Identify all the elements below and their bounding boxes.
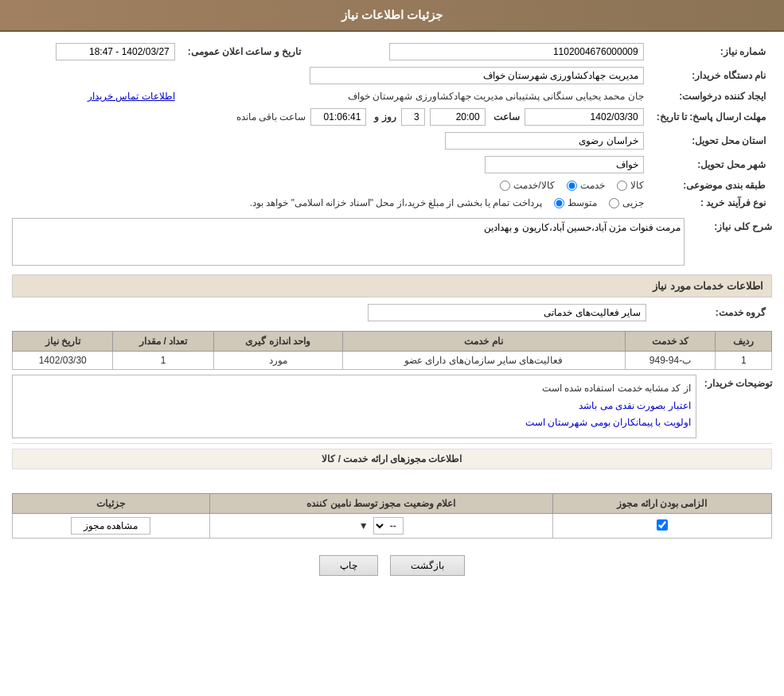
show-license-button[interactable]: مشاهده مجوز [71, 517, 150, 535]
purchase-type-row: نوع فرآیند خرید : جزیی متوسط پرداخت [12, 194, 772, 212]
description-content-wrapper [12, 218, 685, 268]
service-group-value [12, 301, 653, 325]
reply-deadline-values: ساعت روز و ساعت باقی مانده [12, 105, 650, 129]
cell-row: 1 [716, 352, 772, 370]
description-section: شرح کلی نیاز: [12, 218, 772, 268]
category-options: کالا خدمت کالا/خدمت [12, 177, 650, 194]
service-group-row: گروه خدمت: [12, 301, 772, 325]
buyer-name-row: نام دستگاه خریدار: [12, 64, 772, 87]
reply-days-label: روز و [374, 111, 396, 122]
purchase-type-label: نوع فرآیند خرید : [650, 194, 772, 212]
buyer-note-line-1: از کد مشابه خدمت استفاده شده است [18, 380, 691, 398]
services-table-header-row: ردیف کد خدمت نام خدمت واحد اندازه گیری ت… [13, 332, 772, 352]
description-textarea[interactable] [12, 218, 685, 266]
service-group-table: گروه خدمت: [12, 301, 772, 325]
creator-label: ایجاد کننده درخواست: [650, 87, 772, 105]
back-button[interactable]: بازگشت [390, 555, 465, 576]
reply-time-input[interactable] [430, 108, 486, 126]
buyer-name-label: نام دستگاه خریدار: [650, 64, 772, 87]
th-date: تاریخ نیاز [13, 332, 113, 352]
service-group-input[interactable] [368, 304, 646, 321]
licenses-table: الزامی بودن ارائه مجوز اعلام وضعیت مجوز … [12, 493, 772, 539]
reply-remaining-input[interactable] [310, 108, 366, 126]
services-table: ردیف کد خدمت نام خدمت واحد اندازه گیری ت… [12, 331, 772, 370]
th-row: ردیف [716, 332, 772, 352]
purchase-type-jozi: جزیی [609, 197, 644, 208]
buyer-name-value [12, 64, 650, 87]
city-row: شهر محل تحویل: [12, 153, 772, 177]
creator-value: جان محمد یحیایی سنگانی پشتیبانی مدیریت ج… [181, 87, 650, 105]
province-value [12, 129, 650, 153]
need-number-row: شماره نیاز: تاریخ و ساعت اعلان عمومی: [12, 40, 772, 64]
page-header: جزئیات اطلاعات نیاز [0, 0, 784, 32]
purchase-type-note: پرداخت تمام یا بخشی از مبلغ خرید،از محل … [250, 197, 542, 208]
reply-time-label: ساعت [493, 111, 520, 122]
announce-datetime-input[interactable] [56, 43, 175, 60]
print-button[interactable]: چاپ [319, 555, 378, 576]
license-required-checkbox[interactable] [657, 519, 668, 531]
th-license-details: جزئیات [13, 494, 210, 514]
buyer-name-input[interactable] [310, 67, 644, 84]
category-label: طبقه بندی موضوعی: [650, 177, 772, 194]
contact-link-cell: اطلاعات تماس خریدار [12, 87, 181, 105]
th-license-required: الزامی بودن ارائه مجوز [552, 494, 771, 514]
license-status-wrapper: -- ▼ [216, 517, 546, 535]
category-kala-radio[interactable] [617, 181, 627, 191]
purchase-type-value: جزیی متوسط پرداخت تمام یا بخشی از مبلغ خ… [12, 194, 650, 212]
page-container: جزئیات اطلاعات نیاز شماره نیاز: تاریخ و … [0, 0, 784, 696]
reply-deadline-label: مهلت ارسال پاسخ: تا تاریخ: [650, 105, 772, 129]
purchase-type-mottavas-radio[interactable] [554, 198, 564, 208]
divider-1 [12, 443, 772, 444]
category-kala: کالا [617, 180, 644, 191]
license-required-cell [552, 514, 771, 539]
province-label: استان محل تحویل: [650, 129, 772, 153]
license-status-cell: -- ▼ [209, 514, 552, 539]
reply-remaining-label: ساعت باقی مانده [236, 111, 306, 122]
city-label: شهر محل تحویل: [650, 153, 772, 177]
purchase-type-mottavas-label: متوسط [568, 197, 597, 208]
licenses-header-row: الزامی بودن ارائه مجوز اعلام وضعیت مجوز … [13, 494, 772, 514]
category-khedmat: خدمت [567, 180, 605, 191]
services-section-header: اطلاعات خدمات مورد نیاز [12, 274, 772, 297]
content-area: شماره نیاز: تاریخ و ساعت اعلان عمومی: نا… [0, 32, 784, 596]
category-kala-khedmat-radio[interactable] [500, 181, 510, 191]
city-value [12, 153, 650, 177]
licenses-section-header: اطلاعات مجوزهای ارائه خدمت / کالا [12, 449, 772, 469]
category-khedmat-label: خدمت [580, 180, 605, 191]
contact-link[interactable]: اطلاعات تماس خریدار [88, 91, 175, 102]
city-input[interactable] [485, 156, 644, 173]
license-details-cell: مشاهده مجوز [13, 514, 210, 539]
reply-days-input[interactable] [401, 108, 425, 126]
license-row: -- ▼ مشاهده مجوز [13, 514, 772, 539]
buyer-note-line-3: اولویت با پیمانکاران بومی شهرستان است [18, 414, 691, 432]
purchase-type-jozi-radio[interactable] [609, 198, 619, 208]
time-row: ساعت روز و ساعت باقی مانده [18, 108, 644, 126]
th-unit: واحد اندازه گیری [213, 332, 342, 352]
province-input[interactable] [445, 132, 644, 150]
need-number-label: شماره نیاز: [650, 40, 772, 64]
cell-date: 1402/03/30 [13, 352, 113, 370]
cell-name: فعالیت‌های سایر سازمان‌های دارای عضو [342, 352, 625, 370]
category-row: طبقه بندی موضوعی: کالا خدمت [12, 177, 772, 194]
need-number-input[interactable] [389, 43, 644, 60]
category-kala-khedmat: کالا/خدمت [500, 180, 554, 191]
purchase-type-mottavas: متوسط [554, 197, 597, 208]
province-row: استان محل تحویل: [12, 129, 772, 153]
th-count: تعداد / مقدار [113, 332, 213, 352]
license-status-select[interactable]: -- [373, 517, 404, 535]
buyer-notes-section: توضیحات خریدار: از کد مشابه خدمت استفاده… [12, 375, 772, 438]
buyer-notes-content: از کد مشابه خدمت استفاده شده است اعتبار … [12, 375, 696, 438]
category-kala-label: کالا [630, 180, 644, 191]
table-row: 1 ب-94-949 فعالیت‌های سایر سازمان‌های دا… [13, 352, 772, 370]
buyer-note-line-2: اعتبار بصورت نقدی می باشد [18, 398, 691, 415]
cell-code: ب-94-949 [625, 352, 716, 370]
category-kala-khedmat-label: کالا/خدمت [513, 180, 554, 191]
category-khedmat-radio[interactable] [567, 181, 577, 191]
service-group-label: گروه خدمت: [653, 301, 772, 325]
reply-date-input[interactable] [525, 108, 644, 126]
buyer-notes-label: توضیحات خریدار: [704, 375, 772, 389]
category-radio-group: کالا خدمت کالا/خدمت [18, 180, 644, 191]
buttons-row: بازگشت چاپ [12, 543, 772, 588]
reply-deadline-row: مهلت ارسال پاسخ: تا تاریخ: ساعت روز و سا… [12, 105, 772, 129]
th-license-status: اعلام وضعیت مجوز توسط نامین کننده [209, 494, 552, 514]
